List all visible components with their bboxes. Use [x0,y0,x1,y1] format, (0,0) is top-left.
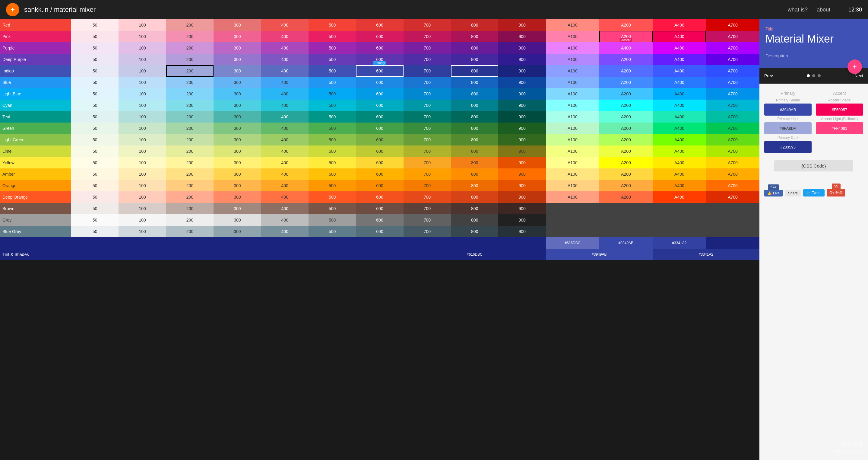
shade-cell[interactable]: 600 [356,99,403,111]
accent-cell[interactable]: A700 [706,180,760,191]
shade-cell[interactable]: 700 [404,122,451,134]
shade-cell[interactable]: 300 [214,88,261,99]
shade-cell[interactable]: 500 [309,111,356,122]
shade-cell[interactable]: 900 [498,157,546,168]
shade-cell[interactable]: 700 [404,191,451,203]
shade-cell[interactable]: 600 [356,19,403,31]
shade-cell[interactable]: 50 [71,203,119,214]
shade-cell[interactable]: 700 [404,180,451,191]
shade-cell[interactable]: 900 [498,77,546,88]
shade-cell[interactable]: 200 [166,42,214,54]
tint-shade-value[interactable]: #3949AB [546,249,653,260]
shade-cell[interactable]: 900 [498,134,546,145]
shade-cell[interactable]: 200 [166,145,214,157]
shade-cell[interactable]: 100 [119,99,166,111]
accent-cell[interactable]: A700 [706,99,760,111]
shade-cell[interactable]: 200 [166,122,214,134]
shade-cell[interactable]: 800 [451,19,498,31]
shade-cell[interactable]: 700 [404,31,451,42]
shade-cell[interactable]: 50 [71,77,119,88]
accent-cell[interactable]: A100 [546,99,599,111]
what-is-link[interactable]: what is? [788,7,808,13]
shade-cell[interactable]: 200 [166,180,214,191]
accent-cell[interactable]: A400 [653,65,706,77]
accent-cell[interactable]: A400 [653,42,706,54]
shade-cell[interactable]: 300 [214,145,261,157]
shade-cell[interactable]: 50 [71,42,119,54]
shade-cell[interactable]: 500 [309,168,356,180]
accent-cell[interactable]: A100 [546,134,599,145]
shade-cell[interactable]: 400 [261,203,309,214]
accent-cell[interactable]: A200 [599,168,653,180]
shade-cell[interactable]: 50 [71,54,119,65]
accent-cell[interactable]: A400 [653,99,706,111]
shade-cell[interactable]: 100 [119,122,166,134]
shade-cell[interactable]: 200 [166,214,214,226]
accent-cell[interactable]: A200 [599,65,653,77]
shade-cell[interactable]: 200 [166,19,214,31]
shade-cell[interactable]: 600 [356,122,403,134]
shade-cell[interactable]: 600 [356,77,403,88]
shade-cell[interactable]: 900 [498,214,546,226]
shade-cell[interactable]: 300 [214,19,261,31]
accent-cell[interactable]: A200 [599,88,653,99]
accent-cell[interactable]: A200 [599,157,653,168]
shade-cell[interactable]: 500 [309,19,356,31]
shade-cell[interactable]: 50 [71,65,119,77]
logo[interactable]: + [6,3,19,16]
shade-cell[interactable]: 50 [71,111,119,122]
accent-cell[interactable]: A700 [706,191,760,203]
nav-next-button[interactable]: Next [855,73,863,78]
accent-cell[interactable]: A700 [706,88,760,99]
accent-cell[interactable]: A700 [706,77,760,88]
accent-cell[interactable]: A200 [599,77,653,88]
shade-cell[interactable]: 800 [451,145,498,157]
accent-cell[interactable]: A200 [599,145,653,157]
accent-cell[interactable]: A700 [706,54,760,65]
shade-cell[interactable]: 500 [309,157,356,168]
shade-cell[interactable]: 500 [309,203,356,214]
shade-cell[interactable]: 800 [451,180,498,191]
shade-cell[interactable]: 400 [261,168,309,180]
shade-cell[interactable]: 800 [451,168,498,180]
accent-cell[interactable]: A700 [706,31,760,42]
accent-cell[interactable]: A400 [653,134,706,145]
shade-cell[interactable]: 100 [119,180,166,191]
shade-cell[interactable]: 800 [451,77,498,88]
shade-cell[interactable]: 50 [71,19,119,31]
shade-cell[interactable]: 400 [261,226,309,237]
shade-cell[interactable]: 600 [356,111,403,122]
shade-cell[interactable]: 400 [261,54,309,65]
accent-cell[interactable]: A400 [653,157,706,168]
shade-cell[interactable]: 50 [71,31,119,42]
shade-cell[interactable]: 300 [214,42,261,54]
fab-button[interactable]: + [847,59,862,74]
shade-cell[interactable]: 700 [404,77,451,88]
shade-cell[interactable]: 300 [214,157,261,168]
shade-cell[interactable]: 900 [498,111,546,122]
shade-cell[interactable]: 900 [498,168,546,180]
shade-cell[interactable]: 100 [119,214,166,226]
nav-dot[interactable] [818,74,820,77]
shade-cell[interactable]: 100 [119,19,166,31]
accent-cell[interactable]: A100 [546,31,599,42]
shade-cell[interactable]: 700 [404,42,451,54]
shade-cell[interactable]: 800 [451,157,498,168]
accent-cell[interactable]: A100 [546,42,599,54]
shade-cell[interactable]: 400 [261,180,309,191]
shade-cell[interactable]: 100 [119,226,166,237]
shade-cell[interactable]: 700 [404,157,451,168]
accent-cell[interactable]: A200 [599,134,653,145]
shade-cell[interactable]: 300 [214,77,261,88]
shade-cell[interactable]: 100 [119,157,166,168]
accent-cell[interactable]: A400 Accent [599,42,653,54]
shade-cell[interactable]: 500 [309,54,356,65]
shade-cell[interactable]: 100 [119,77,166,88]
accent-cell[interactable]: A700 [706,157,760,168]
shade-cell[interactable]: 500 [309,99,356,111]
nav-dot[interactable] [812,74,815,77]
accent-cell[interactable]: A200 [599,19,653,31]
accent-cell[interactable]: A200 [599,54,653,65]
shade-cell[interactable]: 700 [404,111,451,122]
accent-cell[interactable]: A200 [599,122,653,134]
